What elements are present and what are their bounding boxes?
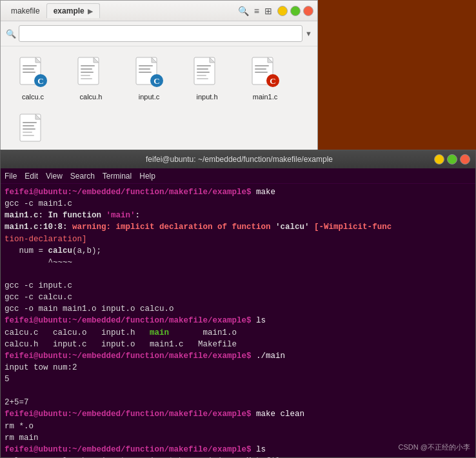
file-icon-calcu-h — [75, 55, 106, 90]
menu-terminal[interactable]: Terminal — [103, 172, 132, 181]
terminal-line: feifei@ubuntu:~/embedded/function/makefi… — [5, 408, 471, 420]
terminal-line: gcc -o main main1.o input.o calcu.o — [5, 303, 471, 315]
file-icon-calcu-c: C — [17, 55, 48, 90]
svg-rect-2 — [23, 65, 37, 66]
terminal-line: 5 — [5, 373, 471, 385]
svg-rect-23 — [197, 65, 211, 66]
tab-makefile[interactable]: makefile — [5, 4, 46, 18]
terminal-line: gcc -c main1.c — [5, 198, 471, 210]
terminal-line: ^~~~~ — [5, 257, 471, 268]
file-manager-window: makefile example ▶ 🔍 ≡ ⊞ 🔍 ▼ — [0, 0, 318, 167]
tab-example[interactable]: example ▶ — [46, 3, 100, 18]
menu-help[interactable]: Help — [139, 172, 155, 181]
menu-edit[interactable]: Edit — [25, 172, 38, 181]
svg-rect-17 — [139, 68, 150, 70]
svg-text:C: C — [270, 76, 275, 86]
svg-rect-4 — [23, 72, 35, 73]
svg-rect-10 — [81, 68, 92, 70]
list-item[interactable]: C input.c — [123, 53, 175, 103]
svg-rect-16 — [139, 65, 153, 66]
list-view-icon[interactable]: ≡ — [254, 6, 259, 16]
terminal-minimize-button[interactable] — [434, 154, 444, 164]
svg-rect-25 — [197, 72, 210, 73]
terminal-line: gcc -c input.c — [5, 280, 471, 292]
svg-rect-41 — [23, 135, 34, 136]
terminal-line: calcu.h input.c input.o main1.c Makefile — [5, 339, 471, 350]
terminal-line: main1.c:10:8: warning: implicit declarat… — [5, 221, 471, 233]
terminal-close-button[interactable] — [460, 154, 470, 164]
terminal-line: feifei@ubuntu:~/embedded/function/makefi… — [5, 350, 471, 362]
menu-search[interactable]: Search — [70, 172, 95, 181]
terminal-menubar: File Edit View Search Terminal Help — [1, 168, 475, 184]
menu-view[interactable]: View — [46, 172, 63, 181]
file-icon-makefile — [17, 112, 48, 147]
menu-file[interactable]: File — [5, 172, 17, 181]
list-item[interactable]: C calcu.c — [7, 53, 59, 103]
maximize-button[interactable] — [290, 6, 301, 16]
file-icon-main1-c: C — [250, 55, 281, 90]
terminal-line: 2+5=7 — [5, 397, 471, 408]
terminal-title: feifei@ubuntu: ~/embedded/function/makef… — [45, 155, 434, 164]
terminal-maximize-button[interactable] — [447, 154, 457, 164]
terminal-line: calcu.c calcu.h input.c input.h main1.c … — [5, 455, 471, 458]
svg-rect-40 — [23, 132, 32, 133]
terminal-line: feifei@ubuntu:~/embedded/function/makefi… — [5, 315, 471, 326]
svg-text:C: C — [154, 76, 159, 86]
svg-rect-30 — [255, 65, 269, 66]
svg-rect-26 — [197, 75, 206, 76]
terminal-line: rm *.o — [5, 421, 471, 432]
svg-rect-3 — [23, 68, 34, 70]
terminal-line — [5, 268, 471, 280]
watermark: CSDN @不正经的小李 — [399, 443, 470, 452]
close-button[interactable] — [303, 6, 313, 16]
search-bar-icon: 🔍 — [6, 29, 16, 39]
svg-rect-31 — [255, 68, 266, 70]
list-item[interactable]: C main1.c — [239, 53, 291, 103]
terminal-line: gcc -c calcu.c — [5, 292, 471, 303]
terminal-line — [5, 385, 471, 397]
search-icon[interactable]: 🔍 — [238, 6, 249, 16]
terminal-line: main1.c: In function 'main': — [5, 210, 471, 221]
terminal-window-controls — [434, 154, 470, 164]
file-manager-titlebar: makefile example ▶ 🔍 ≡ ⊞ — [1, 1, 317, 21]
svg-rect-37 — [23, 122, 37, 123]
file-label: calcu.c — [22, 93, 44, 101]
svg-rect-9 — [81, 65, 95, 66]
terminal-line: feifei@ubuntu:~/embedded/function/makefi… — [5, 186, 471, 198]
tab-arrow-icon: ▶ — [88, 8, 93, 15]
svg-rect-38 — [23, 125, 34, 126]
terminal-line: tion-declaration] — [5, 234, 471, 245]
svg-text:C: C — [37, 76, 43, 86]
svg-rect-11 — [81, 72, 94, 73]
list-item[interactable]: calcu.h — [65, 53, 117, 103]
search-dropdown-icon[interactable]: ▼ — [305, 30, 312, 37]
search-bar: 🔍 ▼ — [1, 21, 317, 46]
svg-rect-39 — [23, 128, 35, 130]
file-label: main1.c — [253, 93, 278, 101]
terminal-line: input tow num:2 — [5, 362, 471, 373]
terminal-titlebar: feifei@ubuntu: ~/embedded/function/makef… — [1, 150, 475, 168]
list-item[interactable]: input.h — [181, 53, 233, 103]
terminal-line: num = calcu(a,b); — [5, 245, 471, 257]
file-icon-input-h — [192, 55, 223, 90]
search-input[interactable] — [19, 25, 302, 42]
svg-rect-27 — [197, 78, 208, 79]
terminal-window: feifei@ubuntu: ~/embedded/function/makef… — [0, 150, 476, 458]
file-label: input.h — [196, 93, 217, 101]
file-label: input.c — [139, 93, 159, 101]
minimize-button[interactable] — [277, 6, 288, 16]
file-grid: C calcu.c calcu.h — [1, 46, 317, 166]
terminal-line: calcu.c calcu.o input.h main main1.o — [5, 327, 471, 339]
svg-rect-24 — [197, 68, 208, 70]
file-label: calcu.h — [80, 93, 103, 101]
svg-rect-32 — [255, 72, 268, 73]
file-icon-input-c: C — [134, 55, 164, 90]
terminal-content[interactable]: feifei@ubuntu:~/embedded/function/makefi… — [1, 184, 475, 458]
svg-rect-12 — [81, 75, 90, 76]
svg-rect-13 — [81, 78, 92, 79]
grid-view-icon[interactable]: ⊞ — [264, 6, 272, 16]
window-controls — [277, 6, 313, 16]
svg-rect-18 — [139, 72, 152, 73]
